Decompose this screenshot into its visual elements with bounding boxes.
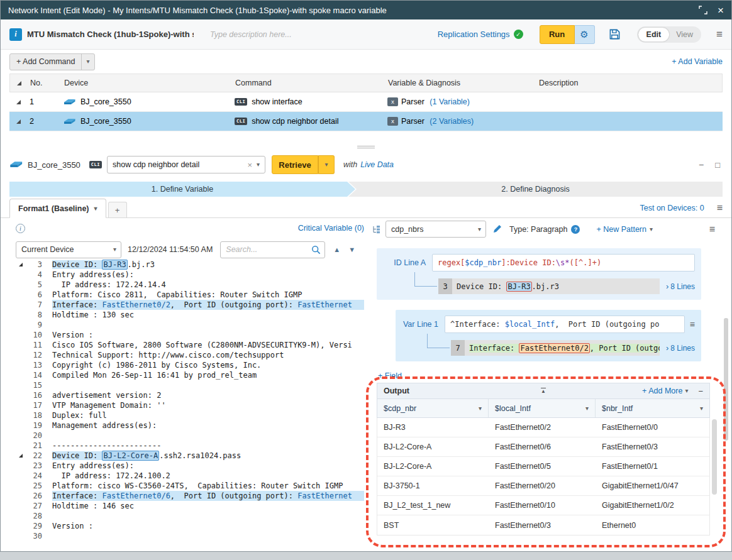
output-scrollbar[interactable] [712, 419, 717, 495]
var-line-sample-row: 7 Interface: FastEthernet0/2, Port ID (o… [451, 340, 695, 356]
search-input[interactable] [221, 245, 308, 254]
column-chevron-icon[interactable]: ▾ [700, 405, 703, 412]
line-number: 9 [26, 320, 42, 330]
var-line-input[interactable]: ^Interface: $local_Intf, Port ID (outgoi… [445, 316, 685, 333]
raw-text-area[interactable]: 3Device ID: BJ-R3.bj.r34Entry address(es… [16, 260, 364, 542]
add-more-chevron-icon[interactable]: ▾ [685, 388, 688, 394]
workspace: i Critical Variable (0) Current Device ▾… [1, 218, 731, 551]
retrieve-dropdown-button[interactable]: ▾ [318, 155, 335, 174]
test-on-devices-link[interactable]: Test on Devices: 0 [640, 204, 704, 212]
column-chevron-icon[interactable]: ▾ [585, 405, 589, 412]
id-line-regex-input[interactable]: regex[$cdp_nbr]:Device ID:\s*([^.]+) [432, 254, 695, 272]
output-column-cdp-nbr[interactable]: $cdp_nbr▾ [377, 399, 489, 417]
combobox-chevron-icon[interactable]: ▾ [255, 162, 265, 168]
step-define-variable[interactable]: 1. Define Variable [9, 182, 355, 197]
tab-chevron-icon[interactable]: ▾ [94, 206, 97, 212]
pattern-menu-icon[interactable]: ≡ [709, 224, 715, 235]
view-toggle[interactable]: View [669, 30, 700, 39]
help-icon[interactable]: ? [571, 225, 580, 234]
edit-toggle[interactable]: Edit [638, 28, 670, 41]
output-column-nbr-intf[interactable]: $nbr_Intf▾ [596, 399, 709, 417]
panel-minimize-icon[interactable]: − [699, 160, 704, 170]
line-expander-icon[interactable] [16, 451, 26, 461]
header-expander-icon[interactable] [10, 81, 28, 85]
add-more-link[interactable]: + Add More ▾ [642, 387, 688, 395]
output-row[interactable]: BJ-L2-Core-AFastEthernet0/6FastEthernet0… [377, 437, 709, 457]
prev-match-icon[interactable]: ▲ [333, 246, 340, 253]
output-row[interactable]: BJ-3750-1FastEthernet0/20GigabitEthernet… [377, 476, 709, 496]
new-pattern-chevron-icon[interactable]: ▾ [650, 226, 653, 233]
raw-text-line: 20 [16, 431, 364, 441]
select-chevron-icon[interactable]: ▾ [478, 226, 485, 233]
id-line-lines-link[interactable]: › 8 Lines [666, 282, 695, 291]
panel-scrollbar[interactable] [724, 318, 728, 441]
run-settings-gear-icon[interactable]: ⚙ [575, 25, 595, 44]
maximize-icon[interactable] [699, 6, 707, 14]
parser-variables-link[interactable]: (1 Variable) [430, 97, 470, 106]
live-data-link[interactable]: Live Data [360, 160, 394, 169]
device-scope-select[interactable]: Current Device ▾ [16, 241, 121, 258]
close-icon[interactable]: × [718, 5, 724, 16]
intent-title: MTU Mismatch Check (1hub-1Spoke)-with s.… [27, 30, 194, 39]
variable-select[interactable]: cdp_nbrs ▾ [385, 221, 486, 238]
select-chevron-icon[interactable]: ▾ [113, 246, 121, 253]
critical-variable-link[interactable]: Critical Variable (0) [298, 224, 364, 233]
cli-icon: CLI [235, 98, 247, 106]
line-number: 25 [26, 481, 42, 491]
var-line-menu-icon[interactable]: ≡ [690, 319, 695, 329]
step-breadcrumb: 1. Define Variable 2. Define Diagnosis [1, 179, 731, 197]
next-match-icon[interactable]: ▼ [348, 246, 355, 253]
output-column-header: $cdp_nbr▾ $local_Intf▾ $nbr_Intf▾ [377, 399, 710, 418]
replication-settings-link[interactable]: Replication Settings [438, 30, 510, 39]
retrieve-button[interactable]: Retrieve [272, 155, 318, 174]
output-cell: BJ_L2_test_1_new [377, 501, 489, 510]
output-column-local-intf[interactable]: $local_Intf▾ [489, 399, 596, 417]
clear-icon[interactable]: × [245, 160, 255, 170]
var-line-lines-link[interactable]: › 8 Lines [666, 343, 695, 353]
command-combobox[interactable]: × ▾ [107, 156, 265, 173]
row-expander-icon[interactable] [9, 119, 27, 124]
line-text: IP address: 172.24.14.4 [52, 280, 364, 290]
line-number: 24 [26, 471, 42, 481]
raw-text-line: 14Compiled Mon 26-Sep-11 16:41 by prod_r… [16, 370, 364, 380]
output-cell: FastEthernet0/5 [489, 462, 596, 471]
output-row[interactable]: BJ-L2-Core-AFastEthernet0/5FastEthernet0… [377, 457, 709, 476]
step-define-diagnosis[interactable]: 2. Define Diagnosis [348, 182, 723, 197]
collapse-output-icon[interactable]: ▲ [541, 388, 546, 394]
search-box[interactable] [220, 241, 325, 258]
add-field-link[interactable]: + Field [378, 371, 402, 380]
panel-restore-icon[interactable]: □ [715, 160, 720, 170]
search-icon[interactable] [308, 245, 324, 255]
minimize-output-icon[interactable]: − [698, 387, 703, 396]
command-table-body: 1BJ_core_3550CLIshow interfacexParser (1… [9, 92, 723, 131]
output-row[interactable]: BJ_L2_test_1_newFastEthernet0/10GigabitE… [377, 496, 709, 515]
add-command-button[interactable]: + Add Command ▾ [9, 53, 95, 70]
line-expander-icon[interactable] [16, 260, 26, 270]
row-expander-icon[interactable] [9, 100, 27, 104]
command-combobox-input[interactable] [108, 160, 245, 169]
column-chevron-icon[interactable]: ▾ [479, 405, 482, 412]
edit-variable-pencil-icon[interactable] [492, 224, 502, 234]
add-variable-link[interactable]: + Add Variable [672, 57, 723, 66]
output-row[interactable]: BSTFastEthernet0/3Ethernet0 [377, 515, 709, 535]
description-input[interactable]: Type description here... [210, 30, 292, 39]
command-row[interactable]: 1BJ_core_3550CLIshow interfacexParser (1… [9, 92, 723, 112]
device-icon [64, 97, 76, 107]
raw-text-line: 24 IP address: 172.24.100.2 [16, 471, 364, 481]
new-pattern-link[interactable]: + New Pattern ▾ [596, 225, 653, 234]
output-cell: BST [377, 521, 489, 530]
splitter-handle[interactable] [1, 144, 731, 150]
add-command-chevron-icon[interactable]: ▾ [82, 58, 94, 65]
tabbar-menu-icon[interactable]: ≡ [717, 202, 723, 214]
save-icon[interactable] [609, 28, 621, 40]
add-tab-button[interactable]: + [108, 202, 127, 217]
tab-format1-baseline[interactable]: Format1 (Baseline) ▾ [9, 199, 106, 218]
command-row[interactable]: 2BJ_core_3550CLIshow cdp neighbor detail… [9, 112, 723, 131]
intent-icon: i [9, 28, 22, 41]
retrieve-button-group: Retrieve ▾ [272, 155, 335, 174]
parser-variables-link[interactable]: (2 Variables) [430, 117, 474, 126]
raw-text-line: 13Copyright (c) 1986-2011 by Cisco Syste… [16, 360, 364, 370]
output-row[interactable]: BJ-R3FastEthernet0/2FastEthernet0/0 [377, 418, 709, 437]
header-menu-icon[interactable]: ≡ [716, 28, 723, 41]
run-button[interactable]: Run [540, 25, 575, 44]
